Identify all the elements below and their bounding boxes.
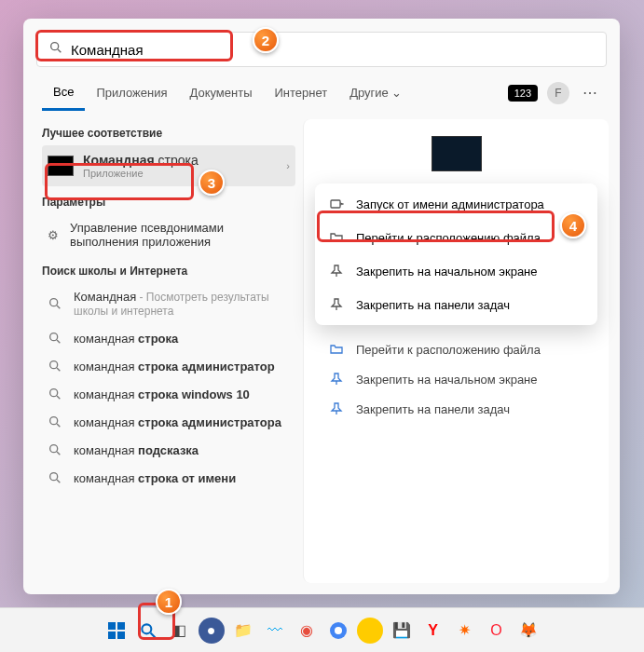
search-suggestion[interactable]: командная строка [42, 324, 295, 352]
badge-counter[interactable]: 123 [508, 85, 538, 102]
folder-icon [328, 230, 345, 245]
svg-line-22 [150, 632, 155, 637]
search-suggestion[interactable]: Командная - Посмотреть результаты школы … [42, 283, 295, 324]
svg-point-14 [50, 473, 58, 481]
annotation-2: 2 [253, 27, 279, 53]
svg-point-8 [50, 389, 58, 397]
svg-point-12 [50, 445, 58, 453]
action-folder[interactable]: Перейти к расположению файла [315, 221, 597, 254]
pin-icon [328, 401, 345, 416]
svg-line-9 [57, 396, 60, 399]
pin-icon [328, 372, 345, 387]
taskbar-search-icon[interactable] [135, 618, 161, 644]
search-icon [48, 442, 62, 457]
action-pin[interactable]: Закрепить на начальном экране [315, 254, 597, 288]
svg-rect-20 [117, 632, 125, 639]
gear-icon: ⚙ [48, 227, 59, 242]
annotation-1: 1 [156, 589, 182, 615]
search-bar[interactable] [36, 32, 607, 67]
svg-rect-18 [117, 622, 125, 630]
filter-tabs: Все Приложения Документы Интернет Другие… [23, 75, 620, 112]
search-icon [48, 470, 62, 485]
tab-docs[interactable]: Документы [178, 76, 263, 109]
avatar[interactable]: F [547, 82, 569, 104]
search-panel: Все Приложения Документы Интернет Другие… [23, 19, 620, 594]
param-item[interactable]: ⚙ Управление псевдонимами выполнения при… [42, 214, 295, 255]
explorer-icon[interactable]: 📁 [230, 618, 256, 644]
best-match-item[interactable]: Командная строка Приложение › [42, 145, 295, 186]
action-label: Закрепить на начальном экране [356, 265, 538, 278]
search-icon [48, 296, 62, 311]
search-icon [48, 331, 62, 346]
context-menu: Запуск от имени администратораПерейти к … [315, 183, 597, 325]
svg-rect-17 [108, 622, 116, 630]
folder-icon [328, 342, 345, 357]
results-pane: Лучшее соответствие Командная строка При… [23, 112, 303, 594]
svg-point-21 [142, 624, 151, 633]
app-icon[interactable]: ● [199, 618, 225, 644]
action-admin[interactable]: Запуск от имени администратора [315, 187, 597, 221]
app-preview [315, 136, 597, 174]
search-suggestion[interactable]: командная строка windows 10 [42, 380, 295, 408]
secondary-actions: Перейти к расположению файлаЗакрепить на… [315, 334, 597, 424]
admin-icon [328, 197, 345, 211]
svg-line-13 [57, 452, 60, 455]
tab-web[interactable]: Интернет [263, 76, 338, 109]
best-match-title: Командная строка [83, 153, 277, 168]
action-label: Закрепить на начальном экране [356, 373, 538, 387]
svg-rect-16 [331, 200, 340, 208]
svg-point-0 [51, 43, 59, 50]
svg-point-10 [50, 417, 58, 425]
svg-rect-19 [108, 632, 116, 639]
yandex-icon[interactable]: Y [420, 618, 446, 644]
search-suggestion[interactable]: командная строка администратор [42, 352, 295, 380]
app-icon[interactable]: 〰 [262, 618, 288, 644]
action-pin[interactable]: Закрепить на панели задач [315, 394, 597, 424]
app-icon[interactable]: ✷ [452, 618, 478, 644]
action-pin[interactable]: Закрепить на панели задач [315, 288, 597, 321]
more-options-icon[interactable]: ⋯ [579, 84, 601, 102]
cmd-icon [48, 156, 74, 176]
svg-line-11 [57, 424, 60, 427]
tab-all[interactable]: Все [42, 75, 85, 111]
section-web: Поиск школы и Интернета [42, 265, 295, 278]
best-match-subtitle: Приложение [83, 168, 277, 179]
section-params: Параметры [42, 196, 295, 209]
app-icon[interactable]: ◉ [294, 618, 320, 644]
app-icon[interactable]: 💾 [389, 618, 415, 644]
app-thumbnail [432, 136, 482, 171]
tab-more[interactable]: Другие ⌄ [338, 76, 413, 109]
annotation-3: 3 [199, 170, 225, 196]
svg-point-4 [50, 333, 58, 341]
app-icon[interactable] [357, 618, 383, 644]
svg-line-3 [57, 306, 60, 308]
search-suggestion[interactable]: командная строка администратора [42, 408, 295, 436]
preview-pane: Запуск от имени администратораПерейти к … [303, 119, 609, 583]
opera-icon[interactable]: O [484, 618, 510, 644]
action-label: Перейти к расположению файла [356, 231, 541, 245]
start-button[interactable] [103, 618, 130, 644]
search-suggestion[interactable]: командная подсказка [42, 436, 295, 464]
svg-point-24 [335, 627, 342, 634]
chrome-icon[interactable] [325, 618, 351, 644]
svg-line-1 [58, 49, 61, 52]
action-label: Закрепить на панели задач [356, 298, 510, 312]
taskview-icon[interactable]: ◧ [167, 618, 193, 644]
action-pin[interactable]: Закрепить на начальном экране [315, 364, 597, 394]
svg-point-6 [50, 361, 58, 369]
tab-apps[interactable]: Приложения [85, 76, 178, 109]
svg-line-5 [57, 340, 60, 343]
search-icon [48, 359, 62, 374]
search-input[interactable] [71, 42, 595, 58]
action-label: Закрепить на панели задач [356, 402, 510, 416]
section-best-match: Лучшее соответствие [42, 127, 295, 140]
svg-line-7 [57, 368, 60, 371]
action-folder[interactable]: Перейти к расположению файла [315, 334, 597, 364]
search-icon [48, 387, 62, 401]
chevron-right-icon: › [286, 160, 290, 171]
firefox-icon[interactable]: 🦊 [515, 618, 541, 644]
action-label: Запуск от имени администратора [356, 197, 544, 211]
svg-point-2 [50, 299, 58, 306]
search-suggestion[interactable]: командная строка от имени [42, 464, 295, 492]
search-icon [48, 414, 62, 429]
